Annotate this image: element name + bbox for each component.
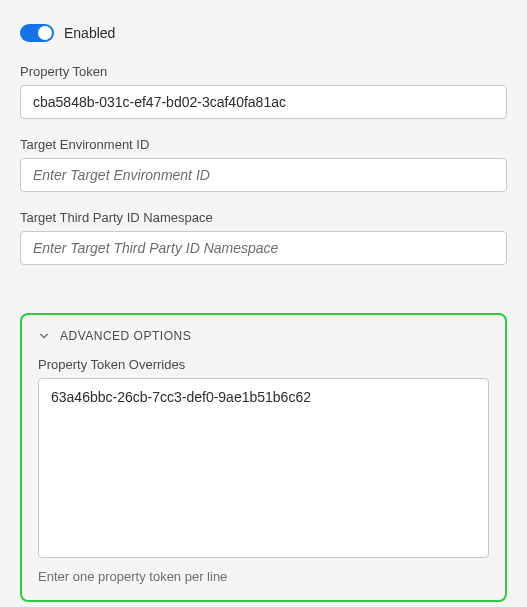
property-overrides-textarea[interactable] (38, 378, 489, 558)
property-token-field: Property Token (20, 64, 507, 119)
property-overrides-helper: Enter one property token per line (38, 569, 489, 584)
target-thirdparty-field: Target Third Party ID Namespace (20, 210, 507, 265)
advanced-options-section: ADVANCED OPTIONS Property Token Override… (20, 313, 507, 602)
enabled-toggle-label: Enabled (64, 25, 115, 41)
toggle-knob (38, 26, 52, 40)
target-thirdparty-input[interactable] (20, 231, 507, 265)
property-token-label: Property Token (20, 64, 507, 79)
chevron-down-icon (38, 330, 50, 342)
enabled-toggle-row: Enabled (20, 24, 507, 42)
target-env-label: Target Environment ID (20, 137, 507, 152)
advanced-options-title: ADVANCED OPTIONS (60, 329, 191, 343)
target-env-input[interactable] (20, 158, 507, 192)
advanced-options-header[interactable]: ADVANCED OPTIONS (38, 329, 489, 343)
target-env-field: Target Environment ID (20, 137, 507, 192)
enabled-toggle[interactable] (20, 24, 54, 42)
target-thirdparty-label: Target Third Party ID Namespace (20, 210, 507, 225)
property-overrides-label: Property Token Overrides (38, 357, 489, 372)
property-token-input[interactable] (20, 85, 507, 119)
property-overrides-field: Property Token Overrides Enter one prope… (38, 357, 489, 584)
